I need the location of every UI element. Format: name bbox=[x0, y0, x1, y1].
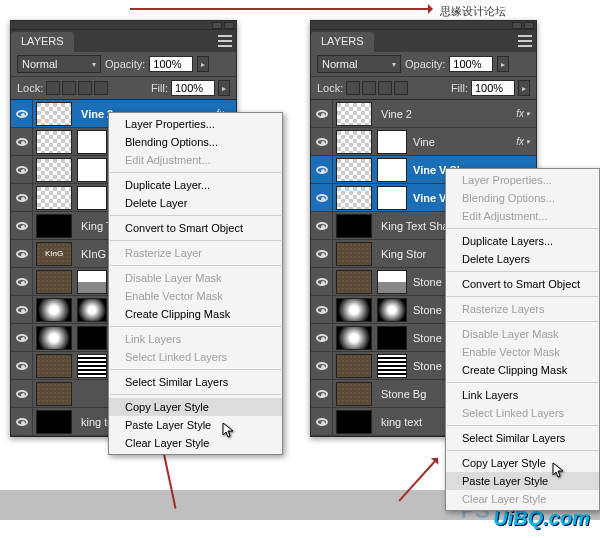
fill-flyout-icon[interactable]: ▸ bbox=[218, 80, 230, 96]
visibility-toggle[interactable] bbox=[311, 128, 333, 155]
layer-thumbnail[interactable] bbox=[36, 158, 72, 182]
menu-item[interactable]: Delete Layers bbox=[446, 250, 599, 268]
layer-mask-thumbnail[interactable] bbox=[77, 158, 107, 182]
collapse-icon[interactable] bbox=[512, 22, 522, 29]
layer-mask-thumbnail[interactable] bbox=[77, 326, 107, 350]
menu-item[interactable]: Convert to Smart Object bbox=[109, 219, 282, 237]
visibility-toggle[interactable] bbox=[311, 408, 333, 435]
menu-item[interactable]: Select Similar Layers bbox=[446, 429, 599, 447]
layer-thumbnail[interactable] bbox=[336, 270, 372, 294]
menu-item[interactable]: Copy Layer Style bbox=[109, 398, 282, 416]
visibility-toggle[interactable] bbox=[311, 324, 333, 351]
visibility-toggle[interactable] bbox=[311, 240, 333, 267]
fill-flyout-icon[interactable]: ▸ bbox=[518, 80, 530, 96]
layer-row[interactable]: Vinefx ▾ bbox=[311, 128, 536, 156]
visibility-toggle[interactable] bbox=[11, 240, 33, 267]
layer-thumbnail[interactable]: KInG bbox=[36, 242, 72, 266]
lock-transparency-icon[interactable] bbox=[346, 81, 360, 95]
menu-item[interactable]: Link Layers bbox=[446, 386, 599, 404]
layer-mask-thumbnail[interactable] bbox=[77, 130, 107, 154]
layer-mask-thumbnail[interactable] bbox=[377, 158, 407, 182]
menu-item[interactable]: Convert to Smart Object bbox=[446, 275, 599, 293]
menu-item[interactable]: Duplicate Layers... bbox=[446, 232, 599, 250]
close-icon[interactable] bbox=[224, 22, 234, 29]
layer-row[interactable]: Vine 2fx ▾ bbox=[311, 100, 536, 128]
menu-item[interactable]: Create Clipping Mask bbox=[109, 305, 282, 323]
visibility-toggle[interactable] bbox=[311, 212, 333, 239]
opacity-flyout-icon[interactable]: ▸ bbox=[197, 56, 209, 72]
layer-thumbnail[interactable] bbox=[336, 186, 372, 210]
menu-item[interactable]: Blending Options... bbox=[109, 133, 282, 151]
visibility-toggle[interactable] bbox=[311, 380, 333, 407]
menu-item[interactable]: Paste Layer Style bbox=[109, 416, 282, 434]
menu-item[interactable]: Duplicate Layer... bbox=[109, 176, 282, 194]
opacity-input[interactable]: 100% bbox=[449, 56, 493, 72]
layer-thumbnail[interactable] bbox=[36, 410, 72, 434]
layer-thumbnail[interactable] bbox=[36, 214, 72, 238]
visibility-toggle[interactable] bbox=[11, 268, 33, 295]
tab-layers[interactable]: LAYERS bbox=[11, 32, 74, 52]
visibility-toggle[interactable] bbox=[311, 296, 333, 323]
layer-mask-thumbnail[interactable] bbox=[377, 326, 407, 350]
visibility-toggle[interactable] bbox=[11, 212, 33, 239]
layer-mask-thumbnail[interactable] bbox=[77, 186, 107, 210]
fx-badge[interactable]: fx ▾ bbox=[516, 136, 530, 147]
layer-thumbnail[interactable] bbox=[336, 102, 372, 126]
layer-thumbnail[interactable] bbox=[336, 298, 372, 322]
fill-input[interactable]: 100% bbox=[471, 80, 515, 96]
visibility-toggle[interactable] bbox=[311, 268, 333, 295]
layer-mask-thumbnail[interactable] bbox=[77, 354, 107, 378]
layer-thumbnail[interactable] bbox=[36, 354, 72, 378]
visibility-toggle[interactable] bbox=[11, 352, 33, 379]
layer-mask-thumbnail[interactable] bbox=[77, 298, 107, 322]
lock-all-icon[interactable] bbox=[394, 81, 408, 95]
panel-menu-icon[interactable] bbox=[518, 35, 532, 47]
layer-mask-thumbnail[interactable] bbox=[377, 130, 407, 154]
menu-item[interactable]: Paste Layer Style bbox=[446, 472, 599, 490]
panel-menu-icon[interactable] bbox=[218, 35, 232, 47]
visibility-toggle[interactable] bbox=[311, 156, 333, 183]
fill-input[interactable]: 100% bbox=[171, 80, 215, 96]
visibility-toggle[interactable] bbox=[311, 352, 333, 379]
visibility-toggle[interactable] bbox=[11, 408, 33, 435]
collapse-icon[interactable] bbox=[212, 22, 222, 29]
lock-pixels-icon[interactable] bbox=[362, 81, 376, 95]
menu-item[interactable]: Clear Layer Style bbox=[109, 434, 282, 452]
context-menu-right[interactable]: Layer Properties...Blending Options...Ed… bbox=[445, 168, 600, 511]
layer-thumbnail[interactable] bbox=[36, 130, 72, 154]
visibility-toggle[interactable] bbox=[11, 184, 33, 211]
visibility-toggle[interactable] bbox=[11, 380, 33, 407]
visibility-toggle[interactable] bbox=[11, 156, 33, 183]
tab-layers[interactable]: LAYERS bbox=[311, 32, 374, 52]
layer-thumbnail[interactable] bbox=[336, 410, 372, 434]
menu-item[interactable]: Delete Layer bbox=[109, 194, 282, 212]
visibility-toggle[interactable] bbox=[11, 296, 33, 323]
layer-thumbnail[interactable] bbox=[36, 382, 72, 406]
layer-name[interactable]: Vine 2 bbox=[381, 108, 536, 120]
blend-mode-select[interactable]: Normal ▾ bbox=[317, 55, 401, 73]
opacity-input[interactable]: 100% bbox=[149, 56, 193, 72]
layer-thumbnail[interactable] bbox=[36, 102, 72, 126]
menu-item[interactable]: Copy Layer Style bbox=[446, 454, 599, 472]
menu-item[interactable]: Layer Properties... bbox=[109, 115, 282, 133]
layer-thumbnail[interactable] bbox=[36, 326, 72, 350]
layer-mask-thumbnail[interactable] bbox=[377, 270, 407, 294]
opacity-flyout-icon[interactable]: ▸ bbox=[497, 56, 509, 72]
layer-thumbnail[interactable] bbox=[336, 382, 372, 406]
close-icon[interactable] bbox=[524, 22, 534, 29]
lock-pixels-icon[interactable] bbox=[62, 81, 76, 95]
visibility-toggle[interactable] bbox=[11, 324, 33, 351]
layer-mask-thumbnail[interactable] bbox=[77, 270, 107, 294]
layer-thumbnail[interactable] bbox=[336, 326, 372, 350]
layer-thumbnail[interactable] bbox=[336, 130, 372, 154]
menu-item[interactable]: Select Similar Layers bbox=[109, 373, 282, 391]
menu-item[interactable]: Create Clipping Mask bbox=[446, 361, 599, 379]
lock-position-icon[interactable] bbox=[78, 81, 92, 95]
lock-position-icon[interactable] bbox=[378, 81, 392, 95]
layer-thumbnail[interactable] bbox=[36, 186, 72, 210]
layer-mask-thumbnail[interactable] bbox=[377, 298, 407, 322]
layer-thumbnail[interactable] bbox=[36, 270, 72, 294]
blend-mode-select[interactable]: Normal ▾ bbox=[17, 55, 101, 73]
layer-mask-thumbnail[interactable] bbox=[377, 354, 407, 378]
context-menu-left[interactable]: Layer Properties...Blending Options...Ed… bbox=[108, 112, 283, 455]
